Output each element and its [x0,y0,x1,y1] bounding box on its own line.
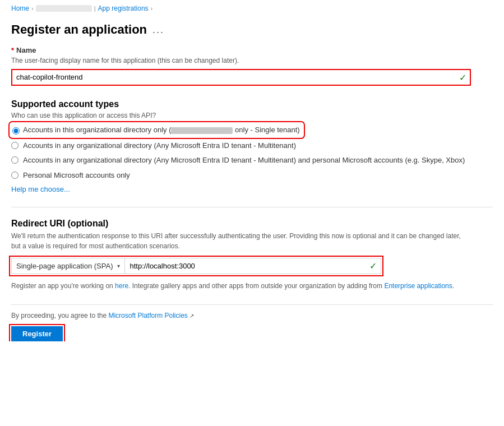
external-link-icon: ↗ [189,313,194,319]
register-button[interactable]: Register [11,326,63,341]
account-types-question: Who can use this application or access t… [11,112,493,119]
breadcrumb-sep3: › [151,5,153,12]
account-types-title: Supported account types [11,99,493,109]
here-link[interactable]: here [115,282,128,290]
redirect-uri-section: Redirect URI (optional) We'll return the… [11,219,493,291]
spa-select-text: Single-page application (SPA) [16,262,113,270]
required-star: * [11,46,14,54]
radio-highlight-1: Accounts in this organizational director… [11,124,302,136]
breadcrumb: Home › | App registrations › [0,0,504,17]
radio-opt2[interactable] [11,142,19,149]
radio-label-4: Personal Microsoft accounts only [23,170,130,180]
name-label: *Name [11,46,493,54]
divider [11,207,493,207]
radio-opt1[interactable] [12,127,20,135]
radio-label-2: Accounts in any organizational directory… [23,141,296,151]
radio-label-3: Accounts in any organizational directory… [23,155,465,165]
breadcrumb-sep1: › [31,5,34,12]
radio-label-1: Accounts in this organizational director… [23,125,300,135]
spa-select[interactable]: Single-page application (SPA) ▾ [11,258,125,274]
breadcrumb-app-registrations[interactable]: App registrations [98,4,149,12]
redirect-row: Single-page application (SPA) ▾ ✓ [11,258,381,274]
radio-item-1: Accounts in this organizational director… [11,124,493,136]
redirect-uri-desc: We'll return the authentication response… [11,231,471,251]
policy-section: By proceeding, you agree to the Microsof… [11,304,493,341]
redirect-uri-title: Redirect URI (optional) [11,219,493,229]
name-input[interactable] [11,69,471,86]
policy-text: By proceeding, you agree to the Microsof… [11,312,493,320]
name-check-icon: ✓ [459,72,466,83]
account-types-section: Supported account types Who can use this… [11,99,493,193]
name-description: The user-facing display name for this ap… [11,57,493,64]
radio-opt4[interactable] [11,172,19,179]
name-section: *Name The user-facing display name for t… [11,46,493,86]
radio-item-2: Accounts in any organizational directory… [11,141,493,151]
register-note: Register an app you're working on here. … [11,281,471,291]
radio-opt3[interactable] [11,156,19,164]
breadcrumb-home[interactable]: Home [11,4,29,12]
page-header: Register an application ... [0,17,504,46]
radio-item-4: Personal Microsoft accounts only [11,170,493,180]
radio-item-3: Accounts in any organizational directory… [11,155,493,165]
register-button-wrapper: Register [11,326,63,341]
enterprise-apps-link[interactable]: Enterprise applications [384,282,452,290]
chevron-down-icon: ▾ [117,263,120,269]
uri-input-wrapper: ✓ [125,258,381,274]
tenant-gray [171,127,233,134]
help-me-choose-link[interactable]: Help me choose... [11,185,70,193]
breadcrumb-sep2: | [94,5,96,12]
breadcrumb-middle [36,5,92,12]
account-types-radio-group: Accounts in this organizational director… [11,124,493,180]
uri-input[interactable] [125,258,381,274]
platform-policies-link[interactable]: Microsoft Platform Policies [108,312,187,320]
uri-check-icon: ✓ [369,261,377,271]
name-input-wrapper: ✓ [11,69,471,86]
main-content: *Name The user-facing display name for t… [0,46,504,341]
more-options-button[interactable]: ... [152,24,164,36]
page-title: Register an application [11,22,147,37]
